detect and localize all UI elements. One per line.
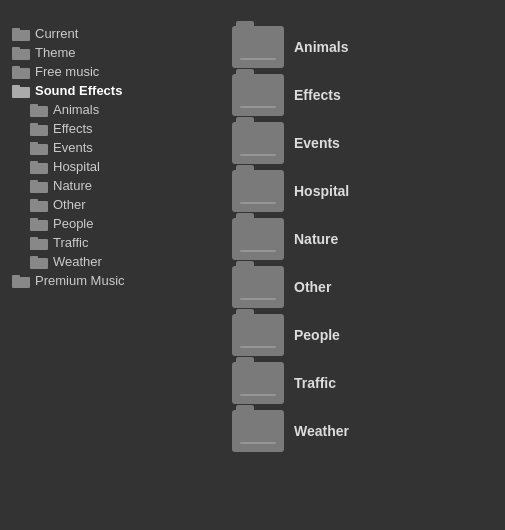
tree-item-people[interactable]: People bbox=[8, 214, 218, 233]
folder-icon-weather bbox=[30, 255, 48, 269]
folder-icon-free-music bbox=[12, 65, 30, 79]
tree-item-animals[interactable]: Animals bbox=[8, 100, 218, 119]
tree-label-animals: Animals bbox=[53, 102, 99, 117]
folder-icon-animals bbox=[30, 103, 48, 117]
folder-card-label-events: Events bbox=[294, 135, 340, 151]
tree-item-weather[interactable]: Weather bbox=[8, 252, 218, 271]
folder-card-weather[interactable]: Weather bbox=[228, 408, 497, 454]
tree-item-current[interactable]: Current bbox=[8, 24, 218, 43]
folder-card-people[interactable]: People bbox=[228, 312, 497, 358]
tree-label-people: People bbox=[53, 216, 93, 231]
folder-thumb-effects bbox=[232, 74, 284, 116]
folder-thumb-nature bbox=[232, 218, 284, 260]
folder-card-label-effects: Effects bbox=[294, 87, 341, 103]
folder-card-label-animals: Animals bbox=[294, 39, 348, 55]
folder-card-animals[interactable]: Animals bbox=[228, 24, 497, 70]
tree-item-sound-effects[interactable]: Sound Effects bbox=[8, 81, 218, 100]
tree-label-nature: Nature bbox=[53, 178, 92, 193]
tree-label-current: Current bbox=[35, 26, 78, 41]
tree-item-events[interactable]: Events bbox=[8, 138, 218, 157]
tree-label-sound-effects: Sound Effects bbox=[35, 83, 122, 98]
tree-item-theme[interactable]: Theme bbox=[8, 43, 218, 62]
folder-thumb-weather bbox=[232, 410, 284, 452]
tree-item-premium-music[interactable]: Premium Music bbox=[8, 271, 218, 290]
folder-thumb-other bbox=[232, 266, 284, 308]
folder-card-label-traffic: Traffic bbox=[294, 375, 336, 391]
folder-card-label-nature: Nature bbox=[294, 231, 338, 247]
tree-item-other[interactable]: Other bbox=[8, 195, 218, 214]
folder-grid: AnimalsEffectsEventsHospitalNatureOtherP… bbox=[218, 24, 497, 456]
tree-label-effects: Effects bbox=[53, 121, 93, 136]
tree-item-free-music[interactable]: Free music bbox=[8, 62, 218, 81]
tree-label-premium-music: Premium Music bbox=[35, 273, 125, 288]
folder-icon-events bbox=[30, 141, 48, 155]
folder-card-events[interactable]: Events bbox=[228, 120, 497, 166]
folder-card-label-hospital: Hospital bbox=[294, 183, 349, 199]
folder-card-traffic[interactable]: Traffic bbox=[228, 360, 497, 406]
folder-card-nature[interactable]: Nature bbox=[228, 216, 497, 262]
folder-icon-theme bbox=[12, 46, 30, 60]
folder-icon-people bbox=[30, 217, 48, 231]
folder-icon-other bbox=[30, 198, 48, 212]
folder-icon-sound-effects bbox=[12, 84, 30, 98]
tree-item-nature[interactable]: Nature bbox=[8, 176, 218, 195]
folder-icon-premium-music bbox=[12, 274, 30, 288]
folder-thumb-traffic bbox=[232, 362, 284, 404]
tree-label-free-music: Free music bbox=[35, 64, 99, 79]
folder-card-effects[interactable]: Effects bbox=[228, 72, 497, 118]
folder-icon-traffic bbox=[30, 236, 48, 250]
tree-label-events: Events bbox=[53, 140, 93, 155]
folder-icon-effects bbox=[30, 122, 48, 136]
folder-thumb-animals bbox=[232, 26, 284, 68]
folder-icon-hospital bbox=[30, 160, 48, 174]
tree-panel: CurrentThemeFree musicSound EffectsAnima… bbox=[8, 24, 218, 456]
folder-card-label-other: Other bbox=[294, 279, 331, 295]
tree-label-hospital: Hospital bbox=[53, 159, 100, 174]
tree-label-other: Other bbox=[53, 197, 86, 212]
tree-item-hospital[interactable]: Hospital bbox=[8, 157, 218, 176]
folder-icon-nature bbox=[30, 179, 48, 193]
folder-thumb-events bbox=[232, 122, 284, 164]
folder-thumb-hospital bbox=[232, 170, 284, 212]
folder-card-label-weather: Weather bbox=[294, 423, 349, 439]
folder-icon-current bbox=[12, 27, 30, 41]
folder-card-label-people: People bbox=[294, 327, 340, 343]
tree-label-weather: Weather bbox=[53, 254, 102, 269]
folder-card-other[interactable]: Other bbox=[228, 264, 497, 310]
folder-thumb-people bbox=[232, 314, 284, 356]
tree-item-traffic[interactable]: Traffic bbox=[8, 233, 218, 252]
tree-label-traffic: Traffic bbox=[53, 235, 88, 250]
folder-card-hospital[interactable]: Hospital bbox=[228, 168, 497, 214]
tree-item-effects[interactable]: Effects bbox=[8, 119, 218, 138]
tree-label-theme: Theme bbox=[35, 45, 75, 60]
